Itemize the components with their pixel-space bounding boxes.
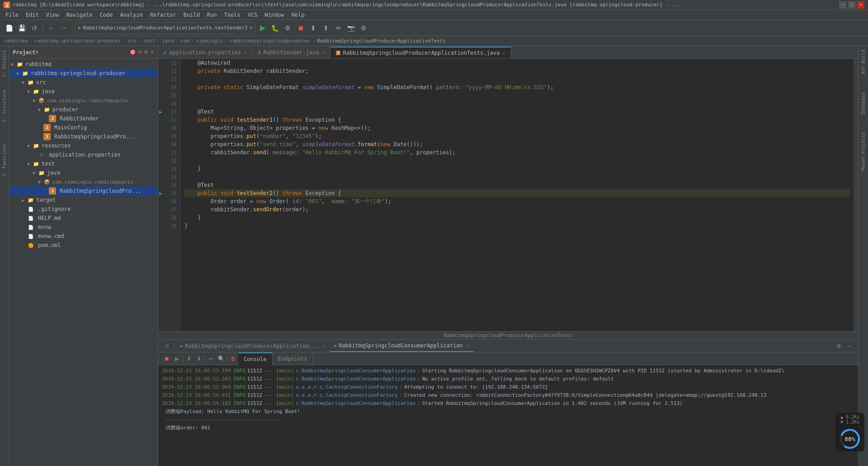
toolbar-back-button[interactable]: ←	[46, 23, 57, 33]
tree-item-helpmd[interactable]: 📄 HELP.md	[9, 214, 158, 223]
side-build-label[interactable]: Ant Build	[860, 48, 867, 76]
menu-code[interactable]: Code	[96, 11, 117, 19]
code-line-32	[184, 157, 850, 165]
tab-close-test[interactable]: ✕	[502, 50, 505, 56]
menu-file[interactable]: File	[2, 11, 22, 19]
toolbar-btn-5[interactable]: ⬇	[308, 23, 319, 33]
tree-item-mainapp[interactable]: J RabbitmqSpringcloudPro...	[9, 132, 158, 141]
project-close-button[interactable]: ✕	[150, 49, 154, 55]
run-tab-close[interactable]: ✕	[322, 343, 325, 348]
run-tab-consumer[interactable]: ▶ RabbitmqSpringcloudConsumerApplication…	[330, 340, 474, 352]
tree-item-producer-folder[interactable]: ▼ 📁 producer	[9, 105, 158, 114]
code-content[interactable]: @Autowired private RabbitSender rabbitSe…	[181, 59, 854, 331]
stop-button[interactable]: ⏹	[295, 23, 306, 33]
breadcrumb-src[interactable]: src	[127, 38, 137, 44]
debug-button[interactable]: 🐛	[270, 23, 281, 33]
editor-scrollbar[interactable]	[854, 59, 858, 331]
project-settings-button[interactable]: ⚙	[144, 49, 148, 55]
menu-build[interactable]: Build	[180, 11, 203, 19]
menu-view[interactable]: View	[42, 11, 63, 19]
menu-tools[interactable]: Tools	[221, 11, 244, 19]
toolbar-btn-6[interactable]: ⬆	[321, 23, 331, 33]
tree-item-target[interactable]: ▶ 📁 target	[9, 195, 158, 204]
tree-item-src[interactable]: ▼ 📁 src	[9, 78, 158, 87]
breadcrumb-java[interactable]: java	[162, 38, 174, 44]
toolbar-save-button[interactable]: 💾	[16, 23, 27, 33]
close-button[interactable]: ✕	[857, 1, 864, 9]
breadcrumb-com[interactable]: com	[180, 38, 189, 44]
project-locate-button[interactable]: 🎯	[130, 49, 136, 55]
console-output-area[interactable]: 2019-12-23 16:00:53.199 INFO 11512 --- […	[158, 365, 858, 466]
menu-window[interactable]: Window	[261, 11, 288, 19]
toolbar-settings-button[interactable]: ⚙	[359, 23, 369, 33]
filter-button[interactable]: 🔍	[216, 354, 226, 364]
tab-application-properties[interactable]: ⚙ application.properties ✕	[158, 47, 253, 58]
breadcrumb-test[interactable]: test	[143, 38, 156, 44]
bottom-settings-button[interactable]: ⚙	[834, 341, 844, 351]
minimize-button[interactable]: ─	[839, 1, 846, 9]
breadcrumb-xieminglu[interactable]: xieminglu	[196, 38, 223, 44]
breadcrumb-producer[interactable]: rabbitmq-springcloud-producer	[34, 38, 121, 44]
menu-edit[interactable]: Edit	[22, 11, 42, 19]
side-panel-structure[interactable]: 2: Structure	[1, 88, 8, 124]
run-gutter-icon-2[interactable]: ▶	[159, 190, 162, 196]
tree-item-mvnw[interactable]: 📄 mvnw	[9, 223, 158, 232]
scroll-up-button[interactable]: ⬆	[184, 354, 194, 364]
menu-help[interactable]: Help	[288, 11, 308, 19]
tree-item-test[interactable]: ▼ 📁 test	[9, 159, 158, 168]
endpoints-tab[interactable]: Endpoints	[273, 352, 313, 365]
breadcrumb-rabbitmq[interactable]: rabbitmq	[4, 38, 28, 44]
run-restart-button[interactable]: ↺	[162, 341, 172, 351]
menu-refactor[interactable]: Refactor	[146, 11, 180, 19]
tree-item-appprops[interactable]: ⚙ application.properties	[9, 150, 158, 159]
project-collapse-button[interactable]: ⊖	[138, 49, 142, 55]
tree-item-test-pkg[interactable]: ▼ 📦 com.xieminglu.rabbitmqsprin	[9, 177, 158, 186]
tree-item-producer-proj[interactable]: ▼ 📁 rabbitmq-springcloud-producer	[9, 69, 158, 78]
scroll-down-button[interactable]: ⬇	[194, 354, 204, 364]
bottom-minimize-button[interactable]: ─	[844, 341, 854, 351]
side-db-label[interactable]: Database	[860, 90, 867, 116]
tree-item-root[interactable]: ▼ 📁 rabbitmq	[9, 60, 158, 69]
toolbar-new-button[interactable]: 📄	[4, 23, 14, 33]
tree-item-test-java[interactable]: ▼ 📁 java	[9, 168, 158, 177]
tree-item-test-class[interactable]: J RabbitmqSpringcloudPro...	[9, 186, 158, 195]
run-tab-producer[interactable]: ▶ RabbitmqSpringcloudProducerApplication…	[176, 340, 330, 352]
menu-run[interactable]: Run	[203, 11, 221, 19]
stop-run-button[interactable]: ⏹	[162, 354, 172, 364]
maximize-button[interactable]: □	[848, 1, 855, 9]
tree-item-resources[interactable]: ▼ 📁 resources	[9, 141, 158, 150]
rerun-button[interactable]: ▶	[172, 354, 182, 364]
tree-item-pkg[interactable]: ▼ 📦 com.xieminglu.rabbitmqsprin	[9, 96, 158, 105]
tree-item-rabbitsender[interactable]: J RabbitSender	[9, 114, 158, 123]
tree-item-mvnwcmd[interactable]: 📄 mvnw.cmd	[9, 232, 158, 241]
run-gutter-icon[interactable]: ▶	[159, 109, 162, 115]
run-config-selector[interactable]: ▶ RabbitmqSpringcloudProducerApplication…	[75, 22, 255, 34]
tab-test-class[interactable]: J RabbitmqSpringcloudProducerApplication…	[330, 47, 511, 58]
tree-item-main[interactable]: ▼ 📁 java	[9, 87, 158, 96]
toolbar-sync-button[interactable]: ↺	[29, 23, 40, 33]
side-panel-project[interactable]: 1: Project	[1, 48, 8, 79]
side-panel-favorites[interactable]: 2: Favorites	[1, 142, 8, 178]
code-line-37: rabbitSender.sendOrder(order);	[184, 205, 850, 214]
tree-item-pomxml[interactable]: 🟠 pom.xml	[9, 241, 158, 250]
clear-console-button[interactable]: 🗑	[228, 354, 238, 364]
toolbar-btn-7[interactable]: ✏	[333, 23, 344, 33]
breadcrumb-class[interactable]: RabbitmqSpringcloudProducerApplicationTe…	[317, 38, 446, 44]
toolbar-forward-button[interactable]: →	[58, 23, 69, 33]
menu-analyze[interactable]: Analyze	[116, 11, 146, 19]
tab-close-rabbitsender[interactable]: ✕	[321, 50, 325, 56]
tab-rabbitsender[interactable]: J RabbitSender.java ✕	[253, 47, 330, 58]
wrap-button[interactable]: ↩	[206, 354, 216, 364]
run-button[interactable]: ▶	[257, 23, 268, 33]
toolbar-btn-8[interactable]: 📷	[346, 23, 357, 33]
menu-vcs[interactable]: VCS	[244, 11, 261, 19]
breadcrumb-pkg[interactable]: rabbitmqspringcloudproducer	[230, 38, 311, 44]
tree-item-mainconfig[interactable]: J MainConfig	[9, 123, 158, 132]
menu-navigate[interactable]: Navigate	[63, 11, 96, 19]
run-tab-close-2[interactable]: ✕	[467, 343, 469, 348]
coverage-button[interactable]: ⚙	[283, 23, 293, 33]
tree-item-gitignore[interactable]: 📄 .gitignore	[9, 204, 158, 214]
side-maven-label[interactable]: Maven Projects	[860, 130, 867, 172]
tab-close-props[interactable]: ✕	[244, 50, 247, 56]
console-tab[interactable]: Console	[238, 352, 273, 365]
